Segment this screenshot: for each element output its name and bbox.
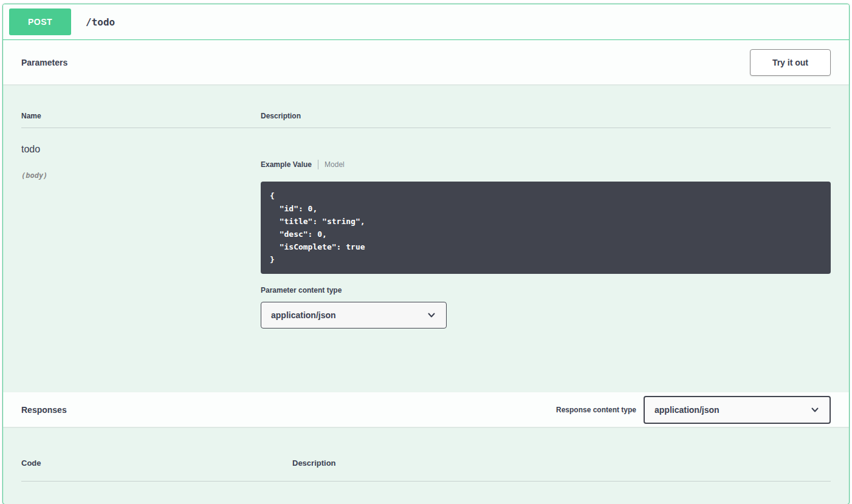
responses-table: Code Description — [3, 427, 849, 504]
parameters-table-header: Name Description — [21, 112, 831, 128]
parameter-content-type-select[interactable]: application/json — [261, 302, 447, 329]
chevron-down-icon — [427, 310, 436, 320]
responses-title: Responses — [21, 405, 67, 415]
response-content-type-select[interactable]: application/json — [644, 396, 831, 424]
responses-section-header: Responses Response content type applicat… — [3, 392, 849, 427]
try-it-out-button[interactable]: Try it out — [750, 49, 831, 76]
tab-divider — [318, 160, 318, 169]
endpoint-path: /todo — [86, 16, 115, 28]
response-content-type-group: Response content type application/json — [556, 396, 831, 424]
column-header-name: Name — [21, 112, 261, 128]
parameters-table: Name Description todo (body) Example Val… — [3, 84, 849, 392]
parameter-row: todo (body) Example Value Model { "id": … — [21, 128, 831, 392]
parameters-section-header: Parameters Try it out — [3, 40, 849, 84]
response-content-type-label: Response content type — [556, 406, 636, 414]
column-header-response-description: Description — [292, 458, 831, 481]
column-header-description: Description — [261, 112, 831, 128]
example-value-code-block: { "id": 0, "title": "string", "desc": 0,… — [261, 182, 831, 274]
model-example-tabs: Example Value Model — [261, 158, 831, 171]
response-content-type-value: application/json — [654, 405, 720, 415]
parameter-location: (body) — [21, 171, 261, 180]
parameter-content-type-label: Parameter content type — [261, 286, 831, 295]
chevron-down-icon — [810, 405, 820, 415]
parameter-name: todo — [21, 128, 261, 155]
parameters-title: Parameters — [21, 58, 67, 67]
tab-example-value[interactable]: Example Value — [261, 158, 312, 171]
operation-block: POST /todo Parameters Try it out Name De… — [2, 4, 850, 504]
tab-model[interactable]: Model — [325, 158, 345, 171]
parameter-content-type-value: application/json — [271, 310, 336, 320]
column-header-code: Code — [21, 458, 292, 481]
endpoint-summary[interactable]: POST /todo — [3, 4, 849, 40]
http-method-badge: POST — [9, 9, 71, 35]
responses-table-header: Code Description — [21, 458, 831, 482]
